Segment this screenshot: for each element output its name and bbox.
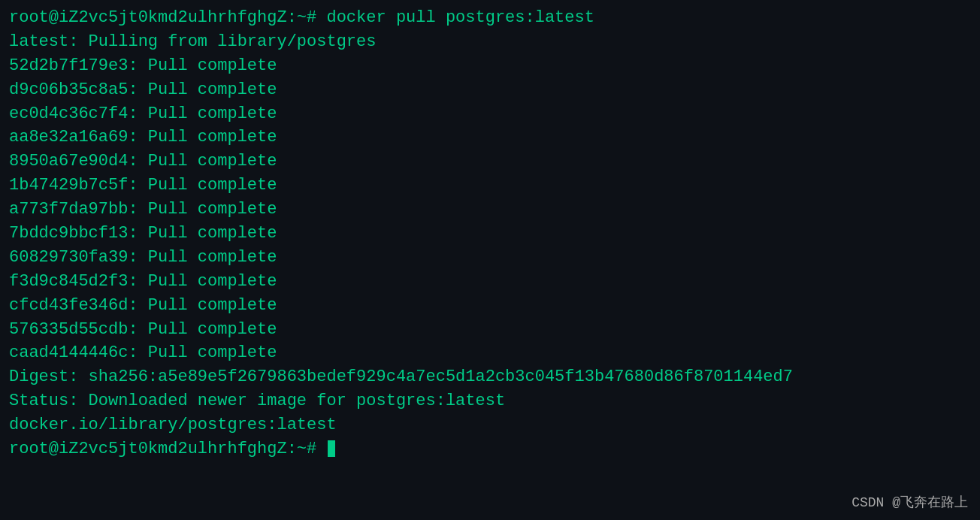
terminal-line: Digest: sha256:a5e89e5f2679863bedef929c4…	[9, 365, 971, 389]
terminal-line: 60829730fa39: Pull complete	[9, 246, 971, 270]
terminal-window: root@iZ2vc5jt0kmd2ulhrhfghgZ:~# docker p…	[0, 0, 980, 520]
terminal-line: caad4144446c: Pull complete	[9, 341, 971, 365]
terminal-line: 1b47429b7c5f: Pull complete	[9, 174, 971, 198]
terminal-line: a773f7da97bb: Pull complete	[9, 198, 971, 222]
watermark: CSDN @飞奔在路上	[851, 493, 968, 512]
terminal-line: 7bddc9bbcf13: Pull complete	[9, 222, 971, 246]
terminal-line: 52d2b7f179e3: Pull complete	[9, 54, 971, 78]
terminal-line: aa8e32a16a69: Pull complete	[9, 125, 971, 150]
terminal-line: d9c06b35c8a5: Pull complete	[9, 78, 971, 102]
terminal-line: root@iZ2vc5jt0kmd2ulhrhfghgZ:~#	[9, 437, 971, 461]
terminal-line: Status: Downloaded newer image for postg…	[9, 389, 971, 413]
terminal-line: 8950a67e90d4: Pull complete	[9, 150, 971, 174]
terminal-line: docker.io/library/postgres:latest	[9, 413, 971, 437]
terminal-line: latest: Pulling from library/postgres	[9, 30, 971, 54]
terminal-line: ec0d4c36c7f4: Pull complete	[9, 102, 971, 126]
terminal-line: f3d9c845d2f3: Pull complete	[9, 270, 971, 294]
terminal-line: 576335d55cdb: Pull complete	[9, 318, 971, 342]
terminal-cursor	[328, 440, 335, 457]
terminal-line: cfcd43fe346d: Pull complete	[9, 294, 971, 318]
terminal-line: root@iZ2vc5jt0kmd2ulhrhfghgZ:~# docker p…	[9, 6, 971, 30]
